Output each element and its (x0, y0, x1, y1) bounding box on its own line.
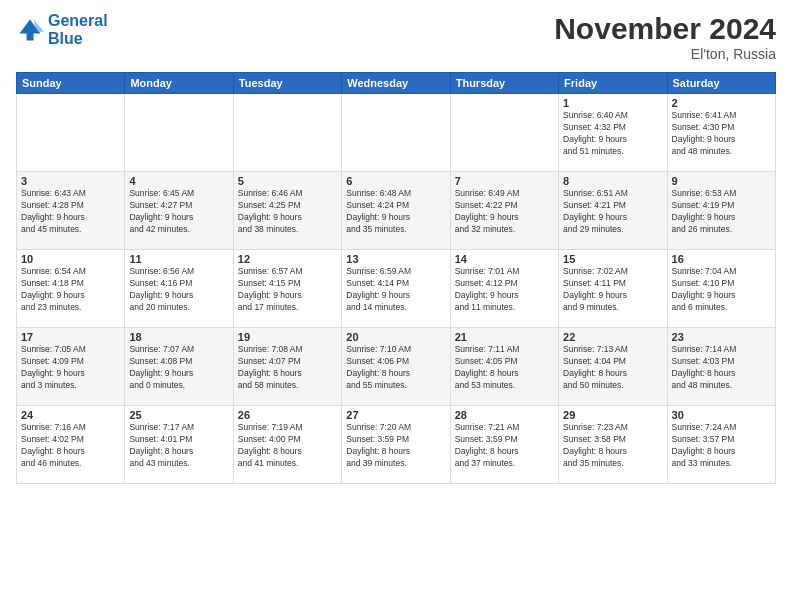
calendar-cell (342, 94, 450, 172)
day-number: 13 (346, 253, 445, 265)
day-info: Sunrise: 7:13 AM Sunset: 4:04 PM Dayligh… (563, 344, 662, 392)
day-number: 24 (21, 409, 120, 421)
calendar-cell: 15Sunrise: 7:02 AM Sunset: 4:11 PM Dayli… (559, 250, 667, 328)
weekday-header: Tuesday (233, 73, 341, 94)
calendar-cell: 4Sunrise: 6:45 AM Sunset: 4:27 PM Daylig… (125, 172, 233, 250)
day-info: Sunrise: 6:49 AM Sunset: 4:22 PM Dayligh… (455, 188, 554, 236)
day-info: Sunrise: 7:24 AM Sunset: 3:57 PM Dayligh… (672, 422, 771, 470)
calendar-cell: 27Sunrise: 7:20 AM Sunset: 3:59 PM Dayli… (342, 406, 450, 484)
calendar-cell: 17Sunrise: 7:05 AM Sunset: 4:09 PM Dayli… (17, 328, 125, 406)
logo-text: General Blue (48, 12, 108, 47)
day-number: 30 (672, 409, 771, 421)
day-number: 18 (129, 331, 228, 343)
day-info: Sunrise: 6:54 AM Sunset: 4:18 PM Dayligh… (21, 266, 120, 314)
day-number: 27 (346, 409, 445, 421)
weekday-header: Thursday (450, 73, 558, 94)
day-info: Sunrise: 7:20 AM Sunset: 3:59 PM Dayligh… (346, 422, 445, 470)
calendar-week-row: 1Sunrise: 6:40 AM Sunset: 4:32 PM Daylig… (17, 94, 776, 172)
calendar-cell (17, 94, 125, 172)
day-info: Sunrise: 6:59 AM Sunset: 4:14 PM Dayligh… (346, 266, 445, 314)
calendar-week-row: 17Sunrise: 7:05 AM Sunset: 4:09 PM Dayli… (17, 328, 776, 406)
day-number: 12 (238, 253, 337, 265)
day-number: 6 (346, 175, 445, 187)
day-number: 8 (563, 175, 662, 187)
calendar-cell: 25Sunrise: 7:17 AM Sunset: 4:01 PM Dayli… (125, 406, 233, 484)
day-number: 4 (129, 175, 228, 187)
day-number: 20 (346, 331, 445, 343)
day-info: Sunrise: 7:23 AM Sunset: 3:58 PM Dayligh… (563, 422, 662, 470)
day-number: 22 (563, 331, 662, 343)
calendar-cell: 28Sunrise: 7:21 AM Sunset: 3:59 PM Dayli… (450, 406, 558, 484)
logo-icon (16, 16, 44, 44)
weekday-header: Sunday (17, 73, 125, 94)
calendar-cell: 18Sunrise: 7:07 AM Sunset: 4:08 PM Dayli… (125, 328, 233, 406)
day-number: 11 (129, 253, 228, 265)
day-info: Sunrise: 7:05 AM Sunset: 4:09 PM Dayligh… (21, 344, 120, 392)
day-number: 15 (563, 253, 662, 265)
day-number: 21 (455, 331, 554, 343)
weekday-header: Wednesday (342, 73, 450, 94)
day-info: Sunrise: 7:21 AM Sunset: 3:59 PM Dayligh… (455, 422, 554, 470)
day-info: Sunrise: 6:45 AM Sunset: 4:27 PM Dayligh… (129, 188, 228, 236)
calendar-cell: 21Sunrise: 7:11 AM Sunset: 4:05 PM Dayli… (450, 328, 558, 406)
calendar-cell: 16Sunrise: 7:04 AM Sunset: 4:10 PM Dayli… (667, 250, 775, 328)
calendar-cell: 23Sunrise: 7:14 AM Sunset: 4:03 PM Dayli… (667, 328, 775, 406)
calendar-cell: 5Sunrise: 6:46 AM Sunset: 4:25 PM Daylig… (233, 172, 341, 250)
title-block: November 2024 El'ton, Russia (554, 12, 776, 62)
day-number: 14 (455, 253, 554, 265)
day-info: Sunrise: 7:16 AM Sunset: 4:02 PM Dayligh… (21, 422, 120, 470)
day-info: Sunrise: 7:02 AM Sunset: 4:11 PM Dayligh… (563, 266, 662, 314)
month-title: November 2024 (554, 12, 776, 46)
header: General Blue November 2024 El'ton, Russi… (16, 12, 776, 62)
calendar-cell (125, 94, 233, 172)
logo-line2: Blue (48, 30, 83, 47)
day-info: Sunrise: 6:56 AM Sunset: 4:16 PM Dayligh… (129, 266, 228, 314)
calendar-cell: 24Sunrise: 7:16 AM Sunset: 4:02 PM Dayli… (17, 406, 125, 484)
day-number: 3 (21, 175, 120, 187)
calendar-cell: 29Sunrise: 7:23 AM Sunset: 3:58 PM Dayli… (559, 406, 667, 484)
weekday-header: Saturday (667, 73, 775, 94)
calendar-cell (450, 94, 558, 172)
calendar-cell: 13Sunrise: 6:59 AM Sunset: 4:14 PM Dayli… (342, 250, 450, 328)
calendar-cell: 20Sunrise: 7:10 AM Sunset: 4:06 PM Dayli… (342, 328, 450, 406)
calendar-cell: 30Sunrise: 7:24 AM Sunset: 3:57 PM Dayli… (667, 406, 775, 484)
day-info: Sunrise: 6:40 AM Sunset: 4:32 PM Dayligh… (563, 110, 662, 158)
calendar-cell: 26Sunrise: 7:19 AM Sunset: 4:00 PM Dayli… (233, 406, 341, 484)
calendar-header-row: SundayMondayTuesdayWednesdayThursdayFrid… (17, 73, 776, 94)
day-number: 10 (21, 253, 120, 265)
day-number: 28 (455, 409, 554, 421)
day-number: 9 (672, 175, 771, 187)
day-number: 7 (455, 175, 554, 187)
calendar-cell: 1Sunrise: 6:40 AM Sunset: 4:32 PM Daylig… (559, 94, 667, 172)
day-number: 23 (672, 331, 771, 343)
calendar-cell: 9Sunrise: 6:53 AM Sunset: 4:19 PM Daylig… (667, 172, 775, 250)
calendar-week-row: 3Sunrise: 6:43 AM Sunset: 4:28 PM Daylig… (17, 172, 776, 250)
day-info: Sunrise: 6:43 AM Sunset: 4:28 PM Dayligh… (21, 188, 120, 236)
day-number: 26 (238, 409, 337, 421)
calendar-cell: 10Sunrise: 6:54 AM Sunset: 4:18 PM Dayli… (17, 250, 125, 328)
day-info: Sunrise: 7:07 AM Sunset: 4:08 PM Dayligh… (129, 344, 228, 392)
day-info: Sunrise: 6:57 AM Sunset: 4:15 PM Dayligh… (238, 266, 337, 314)
day-info: Sunrise: 6:51 AM Sunset: 4:21 PM Dayligh… (563, 188, 662, 236)
day-number: 5 (238, 175, 337, 187)
day-info: Sunrise: 6:46 AM Sunset: 4:25 PM Dayligh… (238, 188, 337, 236)
day-number: 17 (21, 331, 120, 343)
day-info: Sunrise: 7:10 AM Sunset: 4:06 PM Dayligh… (346, 344, 445, 392)
day-info: Sunrise: 7:17 AM Sunset: 4:01 PM Dayligh… (129, 422, 228, 470)
logo-line1: General (48, 12, 108, 29)
day-info: Sunrise: 7:14 AM Sunset: 4:03 PM Dayligh… (672, 344, 771, 392)
calendar-cell: 22Sunrise: 7:13 AM Sunset: 4:04 PM Dayli… (559, 328, 667, 406)
calendar-cell: 14Sunrise: 7:01 AM Sunset: 4:12 PM Dayli… (450, 250, 558, 328)
day-number: 16 (672, 253, 771, 265)
calendar-week-row: 24Sunrise: 7:16 AM Sunset: 4:02 PM Dayli… (17, 406, 776, 484)
calendar-cell (233, 94, 341, 172)
day-info: Sunrise: 7:01 AM Sunset: 4:12 PM Dayligh… (455, 266, 554, 314)
calendar-week-row: 10Sunrise: 6:54 AM Sunset: 4:18 PM Dayli… (17, 250, 776, 328)
weekday-header: Monday (125, 73, 233, 94)
calendar-cell: 8Sunrise: 6:51 AM Sunset: 4:21 PM Daylig… (559, 172, 667, 250)
day-info: Sunrise: 7:04 AM Sunset: 4:10 PM Dayligh… (672, 266, 771, 314)
day-info: Sunrise: 7:19 AM Sunset: 4:00 PM Dayligh… (238, 422, 337, 470)
calendar: SundayMondayTuesdayWednesdayThursdayFrid… (16, 72, 776, 484)
day-info: Sunrise: 6:53 AM Sunset: 4:19 PM Dayligh… (672, 188, 771, 236)
calendar-cell: 19Sunrise: 7:08 AM Sunset: 4:07 PM Dayli… (233, 328, 341, 406)
